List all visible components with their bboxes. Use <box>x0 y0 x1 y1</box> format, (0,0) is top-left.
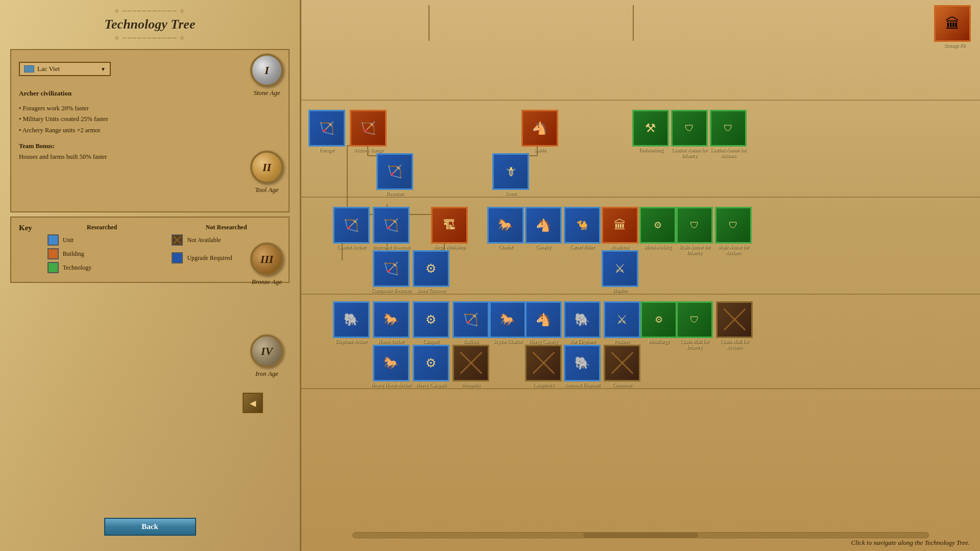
tech-node-elephant-archer[interactable]: 🐘 Elephant Archer <box>331 301 372 345</box>
stone-thrower-icon[interactable]: ⚙ <box>413 250 449 287</box>
camel-rider-icon[interactable]: 🐪 <box>564 207 601 244</box>
tech-node-hoplite[interactable]: ⚔ Hoplite <box>600 250 640 294</box>
tech-node-scythe-chariot[interactable]: 🐎 Scythe Chariot <box>487 301 528 345</box>
scale-armor-arch-icon[interactable]: 🛡 <box>715 207 752 244</box>
improved-bowman-icon[interactable]: 🏹 <box>373 207 410 244</box>
tech-node-leather-armor-arch[interactable]: 🛡 Leather Armor for Archers <box>708 110 749 159</box>
war-elephant-art: 🐘 <box>575 313 590 327</box>
key-title: Key <box>19 224 32 232</box>
war-elephant-name: War Elephant <box>569 339 595 345</box>
forager-icon[interactable]: 🏹 <box>308 110 345 147</box>
helepolis-icon[interactable] <box>452 345 489 381</box>
composite-bowman-icon[interactable]: 🏹 <box>373 250 410 287</box>
storage-pit[interactable]: 🏛 Storage Pit <box>934 5 975 49</box>
academy-icon[interactable]: 🏛 <box>602 207 638 244</box>
tech-node-heavy-horse-archer[interactable]: 🐎 Heavy Horse Archer <box>371 345 412 388</box>
title-decoration-bottom: ⊹ ─────────── ⊹ <box>10 35 290 41</box>
archery-range-name: Archery Range <box>353 148 383 153</box>
tech-node-academy[interactable]: 🏛 Academy <box>600 207 640 250</box>
improved-bowman-art: 🏹 <box>384 218 399 232</box>
chain-mail-inf-icon[interactable]: 🛡 <box>676 301 713 338</box>
tech-node-scale-armor-inf[interactable]: 🛡 Scale Armor for Infantry <box>674 207 715 256</box>
tech-node-armored-elephant[interactable]: 🐘 Armored Elephant <box>562 345 603 388</box>
tech-node-stable[interactable]: 🐴 Stable <box>519 110 560 153</box>
tech-node-camel-rider[interactable]: 🐪 Camel Rider <box>562 207 603 250</box>
scythe-chariot-icon[interactable]: 🐎 <box>489 301 526 338</box>
hoplite-icon[interactable]: ⚔ <box>602 250 638 287</box>
elephant-archer-art: 🐘 <box>344 313 359 327</box>
team-bonus-text: Houses and farms built 50% faster <box>19 152 281 162</box>
tech-node-heavy-cavalry[interactable]: 🐴 Heavy Cavalry <box>523 301 564 345</box>
tech-node-leather-armor-inf[interactable]: 🛡 Leather Armor for Infantry <box>669 110 710 159</box>
tech-node-metalworking[interactable]: ⚙ Metalworking <box>637 207 678 250</box>
war-elephant-icon[interactable]: 🐘 <box>564 301 601 338</box>
bonus-3: • Archery Range units +2 armor <box>19 125 281 136</box>
civ-flag <box>24 65 34 73</box>
tech-node-chain-mail-inf[interactable]: 🛡 Chain Mail for Infantry <box>674 301 715 351</box>
armored-elephant-icon[interactable]: 🐘 <box>564 345 601 381</box>
tech-node-cavalry[interactable]: 🐴 Cavalry <box>523 207 564 250</box>
tech-node-composite-bowman[interactable]: 🏹 Composite Bowman <box>371 250 412 294</box>
ballista-art: 🏹 <box>463 313 479 327</box>
toolworking-icon[interactable]: ⚒ <box>632 110 669 147</box>
tech-node-scout[interactable]: 🗡 Scout <box>490 153 531 197</box>
chain-mail-arch-icon[interactable] <box>716 301 753 338</box>
tech-node-forager[interactable]: 🏹 Forager <box>306 110 347 153</box>
ballista-icon[interactable]: 🏹 <box>452 301 489 338</box>
scale-armor-inf-name: Scale Armor for Infantry <box>674 245 715 256</box>
storage-pit-icon[interactable]: 🏛 <box>934 5 971 42</box>
leather-armor-arch-icon[interactable]: 🛡 <box>710 110 747 147</box>
tech-node-metallurgy[interactable]: ⚙ Metallurgy <box>638 301 679 345</box>
stable-icon[interactable]: 🐴 <box>521 110 558 147</box>
tech-node-horse-archer[interactable]: 🐎 Horse Archer <box>371 301 412 345</box>
siege-workshop-icon[interactable]: 🏗 <box>431 207 468 244</box>
scroll-left-button[interactable]: ◀ <box>243 393 263 413</box>
elephant-archer-icon[interactable]: 🐘 <box>333 301 370 338</box>
scrollbar[interactable] <box>352 532 929 538</box>
tech-node-ballista[interactable]: 🏹 Ballista <box>450 301 491 345</box>
tech-node-bowman[interactable]: 🏹 Bowman <box>374 153 415 197</box>
tech-node-centurion[interactable]: Centurion <box>602 345 642 388</box>
not-available-label: Not Available <box>187 236 221 244</box>
bronze-age-label: Bronze Age <box>252 278 282 286</box>
tech-node-scale-armor-arch[interactable]: 🛡 Scale Armor for Archers <box>713 207 754 256</box>
tech-node-chain-mail-arch[interactable]: Chain Mail for Archers <box>714 301 755 351</box>
tech-node-chariot-archer[interactable]: 🏹 Chariot Archer <box>331 207 372 250</box>
catapult-icon[interactable]: ⚙ <box>413 301 449 338</box>
tech-node-catapult[interactable]: ⚙ Catapult <box>411 301 451 345</box>
leather-armor-inf-icon[interactable]: 🛡 <box>671 110 708 147</box>
tech-node-improved-bowman[interactable]: 🏹 Improved Bowman <box>371 207 412 250</box>
tech-node-helepolis[interactable]: Helepolis <box>450 345 491 388</box>
scythe-chariot-name: Scythe Chariot <box>493 339 522 345</box>
tech-node-stone-thrower[interactable]: ⚙ Stone Thrower <box>411 250 451 294</box>
heavy-horse-archer-icon[interactable]: 🐎 <box>373 345 410 381</box>
tech-node-war-elephant[interactable]: 🐘 War Elephant <box>562 301 603 345</box>
archery-range-icon[interactable]: 🏹 <box>350 110 387 147</box>
upgrade-label: Upgrade Required <box>187 254 232 262</box>
page-title: Technology Tree <box>10 17 290 32</box>
tech-node-phalanx[interactable]: ⚔ Phalanx <box>602 301 642 345</box>
tech-node-toolworking[interactable]: ⚒ Toolworking <box>630 110 671 153</box>
scrollbar-thumb[interactable] <box>583 533 698 538</box>
scout-icon[interactable]: 🗡 <box>492 153 529 190</box>
metallurgy-icon[interactable]: ⚙ <box>640 301 677 338</box>
horse-archer-icon[interactable]: 🐎 <box>373 301 410 338</box>
heavy-catapult-icon[interactable]: ⚙ <box>413 345 449 381</box>
cataphract-icon[interactable] <box>525 345 562 381</box>
cavalry-icon[interactable]: 🐴 <box>525 207 562 244</box>
civ-dropdown[interactable]: Lac Viet ▼ <box>19 62 111 76</box>
tech-node-heavy-catapult[interactable]: ⚙ Heavy Catapult <box>411 345 451 388</box>
centurion-icon[interactable] <box>604 345 640 381</box>
bowman-icon[interactable]: 🏹 <box>376 153 413 190</box>
back-button[interactable]: Back <box>104 518 196 536</box>
metalworking-icon[interactable]: ⚙ <box>639 207 676 244</box>
tech-node-siege-workshop[interactable]: 🏗 Siege Workshop <box>429 207 470 250</box>
chariot-icon[interactable]: 🐎 <box>487 207 524 244</box>
heavy-cavalry-icon[interactable]: 🐴 <box>525 301 562 338</box>
chariot-archer-icon[interactable]: 🏹 <box>333 207 370 244</box>
tech-node-cataphract[interactable]: Cataphract <box>523 345 564 388</box>
phalanx-icon[interactable]: ⚔ <box>604 301 640 338</box>
tech-node-archery-range[interactable]: 🏹 Archery Range <box>348 110 389 153</box>
tech-node-chariot[interactable]: 🐎 Chariot <box>485 207 526 250</box>
scale-armor-inf-icon[interactable]: 🛡 <box>676 207 713 244</box>
